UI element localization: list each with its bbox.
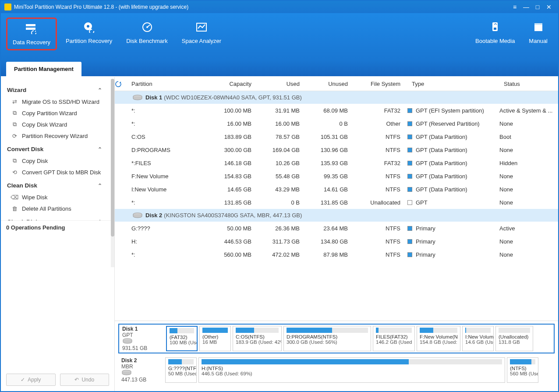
disk-map-row[interactable]: Disk 1GPT931.51 GB(FAT32)100 MB (Used(Ot… [118,324,555,353]
disk-map-partition[interactable]: D:PROGRAMS(NTFS)300.0 GB (Used: 56%) [283,326,371,351]
action-icon: 🗑 [11,205,18,212]
sidebar-item-label: Copy Disk [22,158,48,164]
window-title: MiniTool Partition Wizard Pro Ultimate 1… [14,4,509,10]
refresh-button[interactable] [115,81,128,88]
undo-icon: ↶ [74,377,79,383]
svg-point-6 [146,26,148,28]
sidebar-group-header[interactable]: Wizard⌃ [7,87,113,93]
disk-map-label: Disk 1GPT931.51 GB [120,326,164,351]
sidebar-item-label: Copy Disk Wizard [22,121,67,128]
col-capacity[interactable]: Capacity [207,81,255,87]
sidebar-item[interactable]: ⧉Copy Disk Wizard [7,119,113,130]
disk-icon [132,95,142,101]
sidebar-item[interactable]: ⧉Copy Disk [7,155,113,166]
partition-recovery-button[interactable]: Partition Recovery [60,18,117,48]
disk-header-row[interactable]: Disk 2 (KINGSTON SA400S37480G SATA, MBR,… [115,209,558,222]
action-icon: ⟲ [11,169,18,176]
col-partition[interactable]: Partition [128,81,207,87]
sidebar-item-label: Copy Partition Wizard [22,110,77,117]
type-swatch-icon [407,161,412,166]
disk-benchmark-button[interactable]: Disk Benchmark [121,18,173,48]
partition-row[interactable]: *:FILES146.18 GB10.26 GB135.93 GBFAT32GP… [115,156,558,170]
apply-button[interactable]: ✓Apply [6,374,56,386]
svg-rect-11 [534,23,542,25]
type-swatch-icon [407,174,412,179]
sidebar-item-label: Migrate OS to SSD/HD Wizard [22,99,99,105]
type-swatch-icon [407,108,412,113]
manual-button[interactable]: Manual [524,18,553,48]
disk-map-partition[interactable]: C:OS(NTFS)183.9 GB (Used: 42% [233,326,282,351]
disk-map-row[interactable]: Disk 2MBR447.13 GBG:????(NTFS50 MB (Used… [118,356,555,384]
type-swatch-icon [407,187,412,192]
chevron-up-icon: ⌃ [98,87,102,93]
partition-row[interactable]: D:PROGRAMS300.00 GB169.04 GB130.96 GBNTF… [115,143,558,156]
minimize-button[interactable]: — [520,4,532,11]
main-toolbar: Data Recovery Partition Recovery Disk Be… [1,13,558,61]
tab-partition-management[interactable]: Partition Management [6,62,81,76]
disk-header-row[interactable]: Disk 1 (WDC WD10EZEX-08WN4A0 SATA, GPT, … [115,91,558,104]
sidebar-scrollbar-thumb[interactable] [111,79,114,237]
undo-button[interactable]: ↶Undo [60,374,110,386]
svg-rect-0 [26,24,35,26]
sidebar-item[interactable]: ⌫Wipe Disk [7,191,113,203]
sidebar-item-label: Partition Recovery Wizard [22,133,88,139]
disk-map-partition[interactable]: (Other)16 MB [199,326,231,351]
sidebar-group-header[interactable]: Clean Disk⌃ [7,182,113,189]
sidebar-item[interactable]: ⟲Convert GPT Disk to MBR Disk [7,166,113,178]
partition-row[interactable]: H:446.53 GB311.73 GB134.80 GBNTFSPrimary… [115,235,558,248]
type-swatch-icon [407,200,412,205]
sidebar-item[interactable]: ⧉Copy Partition Wizard [7,107,113,119]
type-swatch-icon [407,121,412,126]
disk-map-partition[interactable]: F:New Volume(N154.8 GB (Used: [417,326,460,351]
col-filesystem[interactable]: File System [351,81,404,87]
space-analyzer-button[interactable]: Space Analyzer [177,18,226,48]
partition-row[interactable]: C:OS183.89 GB78.57 GB105.31 GBNTFSGPT (D… [115,130,558,143]
partition-row[interactable]: F:New Volume154.83 GB55.48 GB99.35 GBNTF… [115,170,558,183]
data-recovery-icon [25,22,39,35]
partition-row[interactable]: *:560.00 MB472.02 MB87.98 MBNTFSPrimaryN… [115,248,558,261]
sidebar-item[interactable]: 🗑Delete All Partitions [7,203,113,214]
col-used[interactable]: Used [255,81,303,87]
maximize-button[interactable]: □ [532,4,543,11]
sidebar-group-header[interactable]: Convert Disk⌃ [7,146,113,152]
disk-map-partition[interactable]: (NTFS)560 MB (Use [507,357,538,383]
disk-map-partition[interactable]: I:New Volum14.6 GB (Use [462,326,494,351]
disk-map-partition[interactable]: H:(NTFS)446.5 GB (Used: 69%) [198,357,505,383]
col-status[interactable]: Status [496,81,558,87]
disk-map-area: Disk 1GPT931.51 GB(FAT32)100 MB (Used(Ot… [115,321,558,391]
disk-map-partition[interactable]: (Unallocated)131.8 GB [495,326,533,351]
col-type[interactable]: Type [404,81,496,87]
svg-rect-1 [26,28,35,30]
partition-row[interactable]: G:????50.00 MB26.36 MB23.64 MBNTFSPrimar… [115,222,558,235]
sidebar-item-label: Wipe Disk [22,194,48,201]
data-recovery-button[interactable]: Data Recovery [6,18,57,50]
type-swatch-icon [407,252,412,257]
bootable-media-button[interactable]: Bootable Media [470,18,520,48]
operations-pending: 0 Operations Pending [1,220,114,234]
menu-icon[interactable]: ≡ [509,4,520,11]
partition-row[interactable]: *:16.00 MB16.00 MB0 BOtherGPT (Reserved … [115,117,558,130]
sidebar-item[interactable]: ⟳Partition Recovery Wizard [7,130,113,141]
partition-row[interactable]: I:New Volume14.65 GB43.29 MB14.61 GBNTFS… [115,183,558,196]
partition-row[interactable]: *:100.00 MB31.91 MB68.09 MBFAT32GPT (EFI… [115,104,558,117]
bootable-media-icon [488,21,502,33]
action-icon: ⧉ [11,121,18,128]
disk-map-label: Disk 2MBR447.13 GB [120,357,163,383]
app-logo-icon [4,4,11,11]
partition-row[interactable]: *:131.85 GB0 B131.85 GBUnallocatedGPTNon… [115,196,558,209]
disk-map-partition[interactable]: G:????(NTFS50 MB (Used [165,357,197,383]
table-header: Partition Capacity Used Unused File Syst… [115,77,558,91]
partition-recovery-icon [82,21,96,33]
col-unused[interactable]: Unused [303,81,351,87]
svg-point-3 [87,25,89,28]
disk-icon [132,212,142,219]
type-swatch-icon [407,134,412,139]
close-button[interactable]: ✕ [543,4,555,11]
action-icon: ⟳ [11,132,18,139]
disk-map-partition[interactable]: (FAT32)100 MB (Used [166,326,198,351]
svg-rect-9 [494,28,496,30]
sidebar-item[interactable]: ⇄Migrate OS to SSD/HD Wizard [7,96,113,107]
action-icon: ⧉ [11,109,18,117]
disk-map-partition[interactable]: FILES(FAT32)146.2 GB (Used [373,326,415,351]
sidebar-item-label: Delete All Partitions [22,205,71,212]
